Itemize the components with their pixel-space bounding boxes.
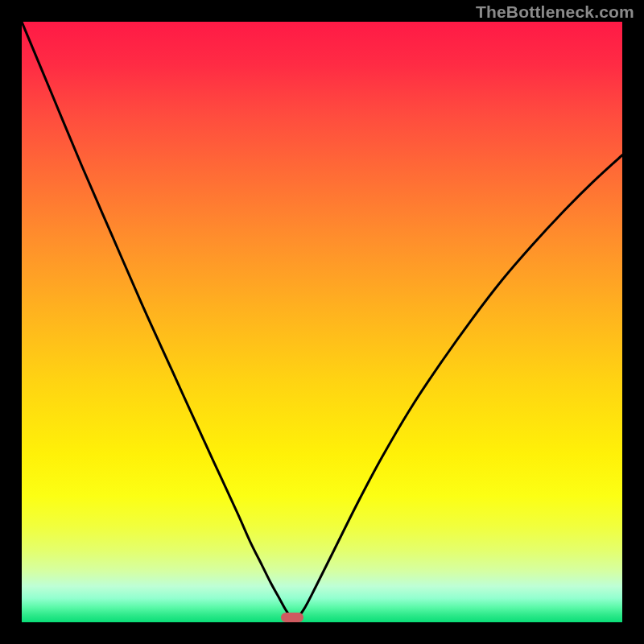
plot-area: [22, 22, 622, 622]
chart-frame: TheBottleneck.com: [0, 0, 644, 644]
watermark-text: TheBottleneck.com: [476, 2, 634, 22]
optimum-marker: [281, 613, 303, 622]
bottleneck-curve: [22, 22, 622, 622]
